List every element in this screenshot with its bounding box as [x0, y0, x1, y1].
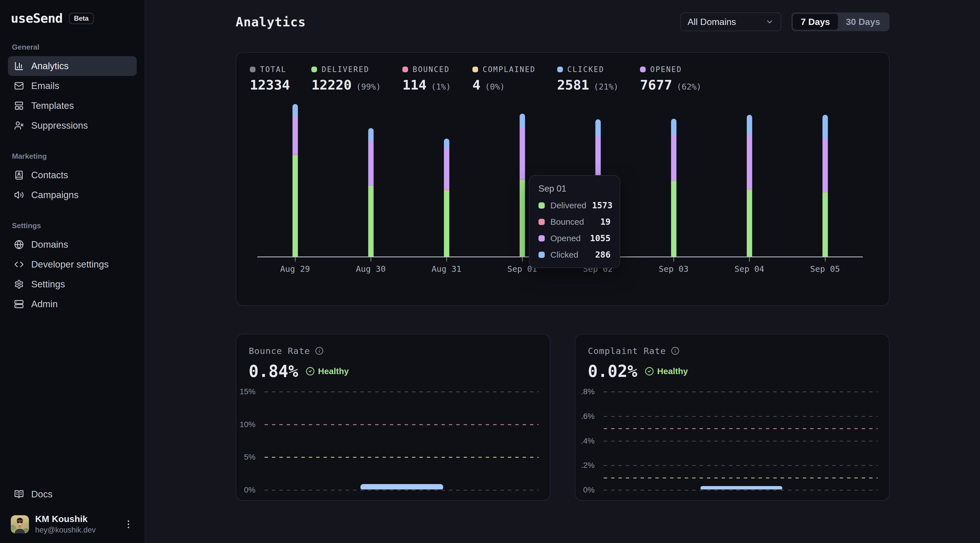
chart-column-icon — [14, 61, 24, 71]
megaphone-icon — [14, 190, 24, 200]
tooltip-row-opened: Opened1055 — [538, 233, 611, 243]
bounce-rate-value: 0.84% — [249, 362, 298, 381]
nav-section-label: Marketing — [12, 152, 133, 161]
stat-pct: (21%) — [594, 82, 619, 92]
email-activity-card: TOTAL12334DELIVERED12220(99%)BOUNCED114(… — [235, 52, 889, 306]
x-axis-tick — [673, 257, 674, 262]
bar-sep-03[interactable] — [671, 119, 676, 257]
sidebar-item-suppressions[interactable]: Suppressions — [8, 116, 137, 135]
server-icon — [14, 299, 24, 309]
x-axis-label: Aug 31 — [431, 264, 461, 274]
page-title: Analytics — [235, 15, 306, 29]
tooltip-dot — [538, 219, 545, 225]
chevron-down-icon — [765, 17, 774, 26]
complaint-rate-plot: .8%.6%.4%.2%0% — [604, 392, 878, 490]
summary-stats-row: TOTAL12334DELIVERED12220(99%)BOUNCED114(… — [250, 65, 875, 93]
sidebar-item-settings[interactable]: Settings — [8, 274, 137, 294]
sidebar: useSend Beta GeneralAnalyticsEmailsTempl… — [0, 0, 145, 543]
info-icon — [315, 347, 323, 355]
sidebar-item-analytics[interactable]: Analytics — [8, 56, 137, 76]
chart-tooltip: Sep 01 Delivered1573Bounced19Opened1055C… — [529, 175, 620, 268]
tooltip-rows: Delivered1573Bounced19Opened1055Clicked2… — [538, 200, 611, 260]
sidebar-item-developer-settings[interactable]: Developer settings — [8, 254, 137, 274]
stat-total: TOTAL12334 — [250, 65, 290, 93]
sidebar-item-contacts[interactable]: Contacts — [8, 165, 137, 185]
sidebar-item-templates[interactable]: Templates — [8, 96, 137, 116]
domain-filter-select[interactable]: All Domains — [680, 13, 781, 31]
complaint-health-label: Healthy — [657, 367, 688, 376]
threshold-line — [264, 424, 538, 425]
avatar — [11, 515, 29, 533]
stat-value: 114 — [402, 77, 426, 93]
bar-segment-delivered — [671, 181, 676, 257]
tooltip-title: Sep 01 — [538, 184, 611, 194]
bar-segment-clicked — [747, 115, 752, 135]
main-content: Analytics All Domains 7 Days30 Days TOTA… — [145, 0, 980, 543]
sidebar-item-label: Contacts — [31, 170, 68, 181]
info-icon — [671, 347, 679, 355]
threshold-line — [604, 428, 878, 429]
bar-segment-delivered — [292, 155, 298, 257]
bar-sep-01[interactable] — [520, 114, 525, 257]
sidebar-item-campaigns[interactable]: Campaigns — [8, 185, 137, 205]
sidebar-item-emails[interactable]: Emails — [8, 76, 137, 96]
sidebar-item-admin[interactable]: Admin — [8, 294, 137, 314]
gear-icon — [14, 279, 24, 289]
tooltip-value: 1055 — [590, 233, 611, 243]
y-axis-label: 10% — [235, 420, 256, 429]
y-axis-label: 15% — [235, 387, 256, 396]
sidebar-item-label: Developer settings — [31, 259, 108, 270]
tooltip-dot — [538, 252, 545, 258]
bar-sep-05[interactable] — [822, 115, 828, 257]
stat-value: 2581 — [557, 77, 589, 93]
info-icon[interactable] — [315, 347, 323, 355]
stat-dot — [557, 67, 563, 72]
bar-sep-04[interactable] — [747, 115, 752, 257]
stat-delivered: DELIVERED12220(99%) — [311, 65, 381, 93]
bar-segment-clicked — [444, 138, 449, 148]
bar-aug-30[interactable] — [368, 128, 374, 257]
stat-label: BOUNCED — [413, 65, 450, 74]
stat-dot — [640, 67, 646, 72]
stat-value: 12220 — [311, 77, 352, 93]
layout-template-icon — [14, 101, 24, 111]
user-menu[interactable]: KM Koushik hey@koushik.dev — [8, 514, 137, 535]
bounce-health-badge: Healthy — [306, 367, 349, 376]
user-name: KM Koushik — [35, 514, 96, 524]
date-range-toggle: 7 Days30 Days — [791, 13, 889, 31]
info-icon[interactable] — [671, 347, 679, 355]
bar-aug-31[interactable] — [444, 138, 449, 257]
range-option-30-days[interactable]: 30 Days — [838, 14, 888, 30]
bar-segment-delivered — [444, 191, 449, 257]
y-axis-label: 5% — [235, 452, 256, 462]
x-axis-tick — [370, 257, 371, 262]
sidebar-item-label: Domains — [31, 239, 68, 250]
sidebar-item-label: Emails — [31, 81, 59, 91]
bar-segment-delivered — [368, 186, 374, 257]
gridline-0- — [604, 490, 878, 491]
y-axis-label: .4% — [574, 437, 595, 446]
gridline-15- — [264, 391, 538, 392]
bar-aug-29[interactable] — [292, 104, 298, 257]
brand: useSend Beta — [8, 11, 137, 26]
ellipsis-vertical-icon — [123, 519, 134, 530]
gridline-0- — [264, 490, 538, 491]
stat-value: 12334 — [250, 77, 290, 93]
sidebar-item-domains[interactable]: Domains — [8, 235, 137, 254]
range-option-7-days[interactable]: 7 Days — [793, 14, 838, 30]
sidebar-nav: GeneralAnalyticsEmailsTemplatesSuppressi… — [8, 43, 137, 330]
x-axis-tick — [522, 257, 523, 262]
stat-complained: COMPLAINED4(0%) — [473, 65, 536, 93]
complaint-rate-title: Complaint Rate — [588, 346, 666, 356]
ellipsis-vertical-icon[interactable] — [123, 519, 134, 530]
x-axis-tick — [749, 257, 750, 262]
y-axis-label: .8% — [574, 387, 595, 396]
check-circle-icon — [645, 367, 654, 376]
stat-clicked: CLICKED2581(21%) — [557, 65, 619, 93]
chevron-down-icon — [765, 17, 774, 26]
bar-segment-opened — [747, 135, 752, 189]
sidebar-item-docs[interactable]: Docs — [8, 484, 137, 504]
code-icon — [14, 260, 24, 269]
bar-segment-opened — [444, 148, 449, 190]
beta-badge: Beta — [69, 13, 94, 24]
